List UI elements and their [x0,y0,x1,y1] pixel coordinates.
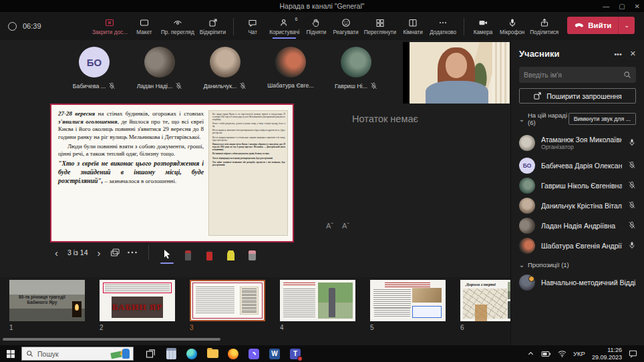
wifi-icon[interactable] [558,350,567,357]
chevron-down-icon: ⌄ [519,116,524,123]
slide-thumbnail-3-current[interactable]: 3 [190,280,265,331]
slide-thumbnail-4[interactable]: 4 [280,280,355,331]
previous-slide-button[interactable]: ‹ [52,247,61,258]
react-button[interactable]: Реагувати [331,15,360,37]
edge-icon[interactable] [184,347,199,361]
task-view-icon[interactable] [143,347,158,361]
participant-filmstrip: БО Бабичева ... Ладан Наді... Данильчук.… [70,47,380,89]
suggestions-section[interactable]: ⌄Пропозиції (1) [519,261,636,268]
mic-off-icon[interactable] [628,220,636,232]
mic-off-icon[interactable] [628,180,636,192]
presenter-view-button[interactable]: Пр. перегляд [159,15,196,37]
slide-grid-button[interactable] [110,248,120,257]
suggestion-row[interactable]: Навчально-методичний Відділ [511,273,644,293]
presenter-video[interactable] [403,42,510,104]
stop-presenting-button[interactable]: Закрити дос... [90,15,130,37]
panel-close-button[interactable]: ✕ [630,49,636,58]
teams-meeting-window: Нарада в каналі "General" — ▢ ✕ 06:39 За… [0,0,644,362]
panel-more-button[interactable]: ••• [614,50,622,58]
microphone-button[interactable]: Мікрофон [498,15,526,37]
chat-button[interactable]: Чат [239,15,266,37]
stop-share-icon [105,17,114,28]
participant-row[interactable]: Шабатура Євгенія Андріївна [511,236,644,256]
raise-hand-button[interactable]: Підняти [303,15,329,37]
windows-taskbar: Пошук W T УКР 11:2629.09.2023 [0,345,644,362]
mic-off-icon [370,82,377,89]
mic-off-icon[interactable] [628,200,636,212]
participant-row[interactable]: Атаманюк Зоя МиколаївнаОрганізатор [511,130,644,156]
font-increase-button[interactable]: Aˆ [326,222,333,230]
slide-navigation: ‹ 3 із 14 › [52,244,260,260]
tray-chevron-icon[interactable] [527,350,534,357]
eraser-tool[interactable] [245,244,260,260]
participant-search[interactable] [519,67,636,83]
slide-more-button[interactable] [127,250,138,254]
video-tile-danylchuk[interactable]: Данильчук... [201,47,249,89]
teams-icon[interactable]: T [288,347,303,361]
battery-icon[interactable] [541,351,551,357]
slide-thumbnail-5[interactable]: 5 [370,280,446,331]
share-button[interactable]: Поділитися [528,15,560,37]
camera-button[interactable]: Камера [470,15,496,37]
slide-thumbnail-2[interactable]: БАБИН ЯР 2 [100,280,175,331]
mute-all-button[interactable]: Вимкнути звук для ... [569,113,636,125]
video-tile-babycheva[interactable]: БО Бабичева ... [70,47,118,89]
thumb1-caption: 80-та річниця трагедії Бабиного Яру [13,295,71,306]
avatar [341,47,371,77]
pointer-tool[interactable] [160,244,174,260]
toolbar-divider [233,18,234,35]
unpin-button[interactable]: Відкріпити [198,15,228,37]
rooms-button[interactable]: Кімнати [399,15,426,37]
font-decrease-button[interactable]: Aˇ [342,222,349,230]
viber-icon[interactable] [247,347,261,361]
clock[interactable]: 11:2629.09.2023 [592,347,622,361]
people-icon [280,17,289,28]
popout-icon [208,17,218,28]
highlighter-tool[interactable] [224,244,238,260]
video-tile-shabatura[interactable]: Шабатура Євге... [267,47,315,89]
leave-options-chevron[interactable]: ⌄ [618,17,635,34]
start-button[interactable] [0,349,21,359]
next-slide-button[interactable]: › [95,247,104,258]
pen-tool[interactable] [202,244,217,260]
search-icon [26,350,33,357]
video-tile-ladan[interactable]: Ладан Наді... [136,47,184,89]
in-meeting-section[interactable]: ⌄На цій нараді (6) [519,112,569,126]
shared-slide: 27-28 вересня на стінах будинків, огорож… [50,104,294,242]
laser-pointer-tool[interactable] [181,244,196,260]
leave-button[interactable]: Вийти ⌄ [567,17,635,34]
meeting-toolbar: 06:39 Закрити дос... Макет Пр. перегляд … [0,12,644,40]
slide-thumbnail-1[interactable]: 80-та річниця трагедії Бабиного Яру 1 [9,280,85,331]
participants-button[interactable]: 6 Користувачі [267,15,301,37]
participant-row[interactable]: Ладан Надія Андріївна [511,216,644,236]
firefox-icon[interactable] [226,347,240,361]
participant-row[interactable]: Гавриш Ніколь Євгенівна [511,176,644,196]
avatar: БО [519,158,535,174]
window-titlebar: Нарада в каналі "General" — ▢ ✕ [0,0,644,12]
microphone-icon [508,17,517,28]
word-icon[interactable]: W [267,347,282,361]
minimize-button[interactable]: — [603,3,609,10]
participant-search-input[interactable] [524,71,623,79]
more-button[interactable]: Додатково [428,15,458,37]
layout-button[interactable]: Макет [131,15,158,37]
view-button[interactable]: Переглянути [362,15,399,37]
taskbar-search[interactable]: Пошук [21,347,134,361]
tile-label: Бабичева ... [73,83,106,89]
participants-panel: Учасники ••• ✕ Поширити запрошення ⌄На ц… [510,40,644,345]
close-button[interactable]: ✕ [635,3,640,10]
mic-off-icon[interactable] [628,160,636,172]
file-explorer-icon[interactable] [205,347,220,361]
share-invite-button[interactable]: Поширити запрошення [519,88,636,104]
thumbnails-scrollbar[interactable] [3,338,220,341]
mic-on-icon[interactable] [628,240,636,252]
action-center-icon[interactable] [629,349,637,358]
calculator-icon[interactable] [164,347,178,361]
participant-row[interactable]: Данильчук Крістіна Віталіївна [511,196,644,216]
language-indicator[interactable]: УКР [573,350,585,357]
more-dots-icon [438,17,448,28]
participant-row[interactable]: БО Бабичева Дарія Олександрівна [511,156,644,176]
mic-on-icon[interactable] [628,137,636,149]
maximize-button[interactable]: ▢ [619,3,625,10]
video-tile-havrysh[interactable]: Гавриш Ні... [332,47,380,89]
